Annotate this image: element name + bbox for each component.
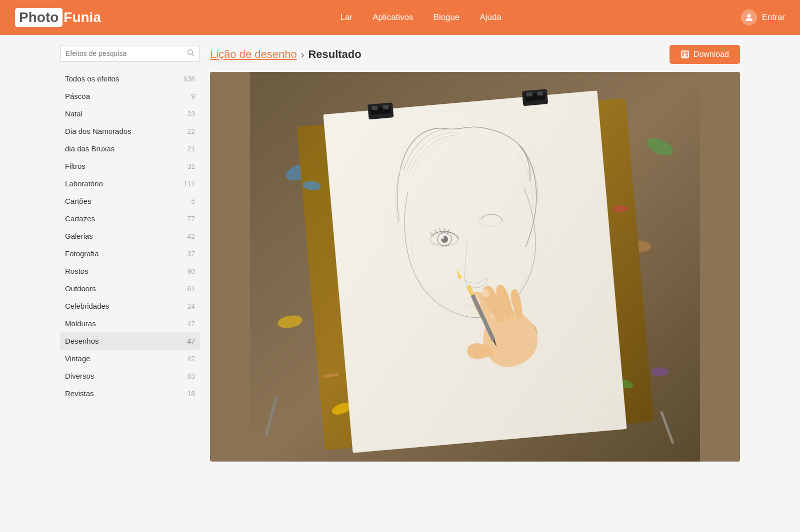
list-item[interactable]: Natal 33 [60,105,200,122]
category-label: Galerias [65,232,93,240]
svg-line-2 [192,54,194,56]
category-label: Cartazes [65,214,95,223]
sidebar: Todos os efeitos 638 Páscoa 9 Natal 33 D… [60,45,200,462]
list-item[interactable]: Celebridades 24 [60,297,200,315]
category-label: Diversos [65,372,94,380]
breadcrumb-bar: Lição de desenho › Resultado Download [210,45,740,64]
svg-line-42 [444,228,444,231]
category-label: Todos os efeitos [65,74,119,83]
list-item[interactable]: Laboratório 111 [60,175,200,192]
category-count: 638 [184,75,195,83]
list-item[interactable]: Molduras 47 [60,315,200,332]
search-icon [186,48,194,58]
list-item[interactable]: Cartões 5 [60,192,200,210]
list-item-active[interactable]: Desenhos 47 [60,332,200,350]
breadcrumb-separator: › [301,49,304,60]
category-label: Rostos [65,267,88,275]
category-label: Celebridades [65,302,109,310]
logo-text: Photo Funia [15,8,101,27]
category-label: Fotografia [65,249,99,258]
category-label: Natal [65,109,82,118]
list-item[interactable]: Páscoa 9 [60,87,200,105]
svg-rect-32 [526,92,532,97]
svg-rect-25 [323,90,626,453]
category-count: 42 [187,232,195,240]
user-icon [741,9,757,25]
category-label: Desenhos [65,337,99,345]
category-count: 61 [187,285,195,293]
category-label: Molduras [65,319,96,328]
list-item[interactable]: Filtros 31 [60,157,200,175]
list-item[interactable]: Galerias 42 [60,227,200,245]
list-item[interactable]: dia das Bruxas 21 [60,140,200,157]
download-button[interactable]: Download [670,45,740,64]
search-box[interactable] [60,45,200,62]
category-label: Vintage [65,354,90,363]
logo-photo: Photo [15,8,62,27]
svg-point-14 [651,367,669,376]
category-count: 5 [191,197,195,205]
list-item[interactable]: Todos os efeitos 638 [60,70,200,87]
category-count: 33 [187,110,195,118]
main-nav: Lar Aplicativos Blogue Ajuda [340,12,502,22]
category-count: 22 [187,127,195,135]
nav-lar[interactable]: Lar [340,12,353,22]
breadcrumb-parent[interactable]: Lição de desenho [210,48,297,61]
nav-ajuda[interactable]: Ajuda [480,12,501,22]
category-count: 90 [187,267,195,275]
category-label: Cartões [65,197,92,205]
category-count: 24 [187,302,195,310]
svg-point-0 [747,14,750,17]
category-label: Revistas [65,389,94,398]
category-count: 18 [187,390,195,398]
category-count: 83 [187,372,195,380]
category-count: 42 [187,355,195,363]
category-count: 31 [187,162,195,170]
list-item[interactable]: Vintage 42 [60,350,200,367]
list-item[interactable]: Outdoors 61 [60,280,200,297]
category-count: 21 [187,145,195,153]
main-container: Todos os efeitos 638 Páscoa 9 Natal 33 D… [50,35,750,462]
svg-point-1 [188,50,192,54]
content-area: Lição de desenho › Resultado Download [210,45,740,462]
download-label: Download [694,50,729,59]
category-count: 47 [187,337,195,345]
category-label: dia das Bruxas [65,144,114,153]
category-label: Páscoa [65,92,90,100]
list-item[interactable]: Dia dos Namorados 22 [60,122,200,140]
list-item[interactable]: Cartazes 77 [60,210,200,227]
category-count: 47 [187,320,195,328]
site-header: Photo Funia Lar Aplicativos Blogue Ajuda… [0,0,800,35]
logo[interactable]: Photo Funia [15,8,101,27]
svg-rect-29 [382,105,389,109]
category-count: 111 [184,180,195,188]
list-item[interactable]: Rostos 90 [60,262,200,280]
result-image [210,72,740,462]
svg-rect-28 [372,106,378,110]
category-count: 77 [187,215,195,223]
login-label: Entrar [762,12,785,22]
category-count: 9 [191,92,195,100]
list-item[interactable]: Fotografia 37 [60,245,200,262]
svg-rect-33 [537,91,544,96]
category-label: Filtros [65,162,86,170]
category-label: Laboratório [65,179,103,188]
list-item[interactable]: Revistas 18 [60,385,200,402]
nav-aplicativos[interactable]: Aplicativos [372,12,413,22]
search-input[interactable] [66,49,186,57]
category-count: 37 [187,250,195,258]
category-label: Dia dos Namorados [65,127,132,135]
category-list: Todos os efeitos 638 Páscoa 9 Natal 33 D… [60,70,200,402]
breadcrumb-current: Resultado [308,48,361,61]
download-icon [680,50,690,59]
drawing-scene-svg [210,72,740,462]
logo-funia: Funia [64,9,101,25]
breadcrumb: Lição de desenho › Resultado [210,48,362,61]
list-item[interactable]: Diversos 83 [60,367,200,385]
login-area[interactable]: Entrar [741,9,785,25]
nav-blogue[interactable]: Blogue [434,12,460,22]
category-label: Outdoors [65,284,96,293]
